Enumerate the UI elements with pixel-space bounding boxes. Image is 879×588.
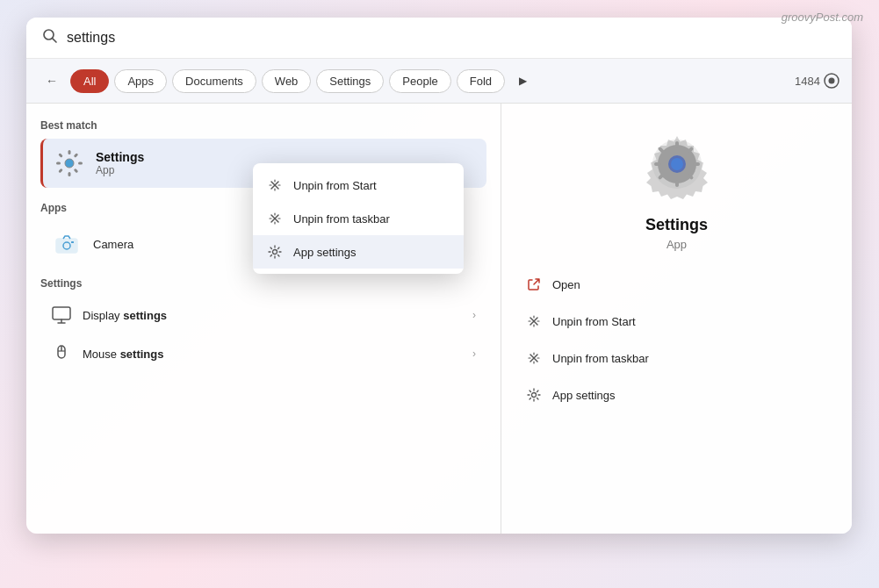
svg-rect-26 xyxy=(675,180,679,187)
open-label: Open xyxy=(552,278,580,291)
mouse-settings-name: Mouse settings xyxy=(83,348,472,361)
settings-section-label: Settings xyxy=(40,277,486,290)
right-gear-icon xyxy=(526,387,542,403)
svg-rect-9 xyxy=(58,153,63,158)
unpin-taskbar-icon xyxy=(267,211,283,226)
mouse-icon xyxy=(51,343,72,364)
svg-rect-15 xyxy=(71,241,74,243)
result-count: 1484 xyxy=(795,73,839,89)
filter-tabs: ← All Apps Documents Web Settings People… xyxy=(26,59,852,104)
ctx-gear-icon xyxy=(267,244,283,260)
ctx-unpin-taskbar[interactable]: Unpin from taskbar xyxy=(253,202,464,235)
svg-rect-10 xyxy=(74,169,79,174)
settings-app-icon xyxy=(54,147,85,179)
right-open-action[interactable]: Open xyxy=(519,269,834,300)
right-unpin-taskbar-label: Unpin from taskbar xyxy=(552,352,649,365)
ctx-unpin-start[interactable]: Unpin from Start xyxy=(253,169,464,202)
svg-point-33 xyxy=(532,393,537,398)
camera-name: Camera xyxy=(93,238,133,251)
svg-point-20 xyxy=(273,250,277,255)
svg-point-4 xyxy=(65,159,74,168)
svg-rect-8 xyxy=(78,162,83,165)
tab-documents[interactable]: Documents xyxy=(172,69,256,93)
ctx-app-settings[interactable]: App settings xyxy=(253,235,464,269)
right-app-name: Settings xyxy=(645,216,708,234)
tab-more-button[interactable]: ▶ xyxy=(510,68,535,93)
right-unpin-start-icon xyxy=(526,313,542,329)
right-unpin-taskbar-icon xyxy=(526,350,542,366)
svg-rect-28 xyxy=(693,162,700,166)
tab-people[interactable]: People xyxy=(389,69,450,93)
svg-point-3 xyxy=(829,78,835,84)
search-bar xyxy=(26,18,852,59)
unpin-start-icon xyxy=(267,177,283,193)
display-icon xyxy=(51,305,72,326)
chevron-right-icon: › xyxy=(472,309,476,321)
right-actions: Open Unpin from Start xyxy=(519,269,834,411)
camera-icon xyxy=(51,228,83,260)
display-settings-name: Display settings xyxy=(83,309,472,322)
svg-line-1 xyxy=(53,39,56,42)
right-app-settings[interactable]: App settings xyxy=(519,379,834,411)
open-icon xyxy=(526,276,542,292)
chevron-right-icon-2: › xyxy=(472,348,476,360)
right-unpin-start[interactable]: Unpin from Start xyxy=(519,305,834,337)
context-menu: Unpin from Start Unpin from taskbar xyxy=(253,163,464,274)
svg-rect-13 xyxy=(56,239,77,253)
svg-rect-6 xyxy=(68,172,71,176)
watermark: groovyPost.com xyxy=(782,11,863,24)
best-match-label: Best match xyxy=(40,119,486,132)
svg-rect-25 xyxy=(675,141,679,148)
right-panel: Settings App Open xyxy=(501,104,852,534)
ctx-unpin-start-label: Unpin from Start xyxy=(293,179,377,192)
svg-rect-11 xyxy=(74,153,79,158)
svg-rect-7 xyxy=(56,162,61,165)
tab-settings[interactable]: Settings xyxy=(316,69,384,93)
svg-point-24 xyxy=(671,158,683,170)
ctx-unpin-taskbar-label: Unpin from taskbar xyxy=(293,212,390,226)
best-match-type: App xyxy=(96,164,144,176)
search-icon xyxy=(42,28,58,47)
main-content: Best match xyxy=(26,104,852,534)
back-button[interactable]: ← xyxy=(39,68,65,94)
tab-all[interactable]: All xyxy=(70,69,109,93)
svg-rect-12 xyxy=(58,169,63,174)
search-panel: ← All Apps Documents Web Settings People… xyxy=(26,18,852,534)
tab-apps[interactable]: Apps xyxy=(114,69,167,93)
best-match-info: Settings App xyxy=(96,150,144,176)
tab-fold[interactable]: Fold xyxy=(457,69,505,93)
right-app-type: App xyxy=(666,238,687,251)
right-app-settings-label: App settings xyxy=(552,389,616,402)
ctx-app-settings-label: App settings xyxy=(293,246,357,259)
tab-web[interactable]: Web xyxy=(262,69,312,93)
right-unpin-start-label: Unpin from Start xyxy=(552,315,636,328)
svg-rect-16 xyxy=(53,307,70,319)
display-settings-item[interactable]: Display settings › xyxy=(40,297,486,333)
svg-rect-5 xyxy=(68,150,71,154)
right-unpin-taskbar[interactable]: Unpin from taskbar xyxy=(519,342,834,374)
search-input[interactable] xyxy=(67,30,836,46)
best-match-name: Settings xyxy=(96,150,144,164)
mouse-settings-item[interactable]: Mouse settings › xyxy=(40,335,486,372)
svg-rect-27 xyxy=(654,162,661,166)
right-app-icon xyxy=(638,125,717,204)
